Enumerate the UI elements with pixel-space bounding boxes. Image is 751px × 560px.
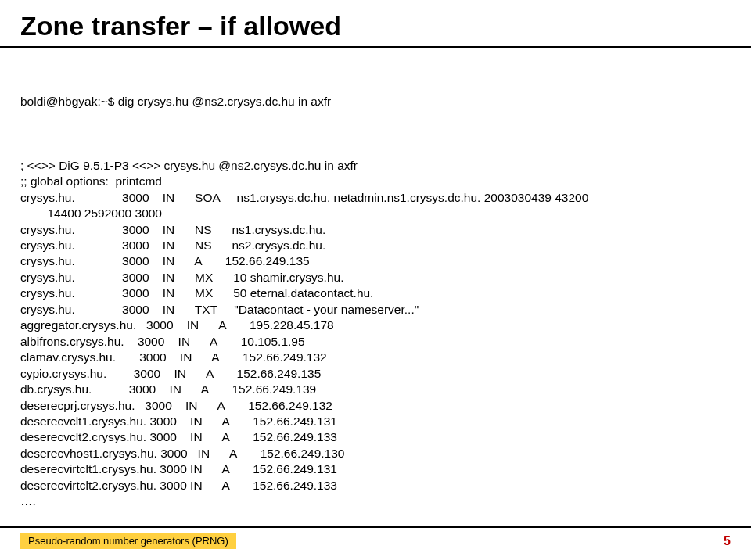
slide-title: Zone transfer – if allowed [0,0,751,45]
output-line: 14400 2592000 3000 [20,206,731,221]
output-line: ; <<>> DiG 9.5.1-P3 <<>> crysys.hu @ns2.… [20,158,731,174]
output-line: crysys.hu. 3000 IN MX 50 eternal.datacon… [20,285,731,301]
output-line: ;; global options: printcmd [20,174,731,189]
output-block: ; <<>> DiG 9.5.1-P3 <<>> crysys.hu @ns2.… [20,142,731,509]
title-rule [0,46,751,48]
output-line: crysys.hu. 3000 IN A 152.66.249.135 [20,253,731,269]
output-line [20,142,731,157]
footer-label: Pseudo-random number generators (PRNG) [20,533,236,549]
output-line: deserecprj.crysys.hu. 3000 IN A 152.66.2… [20,398,731,414]
output-line: cypio.crysys.hu. 3000 IN A 152.66.249.13… [20,366,731,382]
output-line: db.crysys.hu. 3000 IN A 152.66.249.139 [20,382,731,397]
page-number: 5 [724,534,731,548]
output-line: deserecvclt1.crysys.hu. 3000 IN A 152.66… [20,414,731,429]
output-line: deserecvhost1.crysys.hu. 3000 IN A 152.6… [20,446,731,461]
output-line: deserecvclt2.crysys.hu. 3000 IN A 152.66… [20,429,731,445]
output-line: crysys.hu. 3000 IN NS ns1.crysys.dc.hu. [20,222,731,238]
footer-rule [0,526,751,528]
output-line: crysys.hu. 3000 IN SOA ns1.crysys.dc.hu.… [20,190,731,206]
output-line: …. [20,494,731,509]
command-line: boldi@hbgyak:~$ dig crysys.hu @ns2.crysy… [20,94,731,109]
output-line: crysys.hu. 3000 IN TXT "Datacontact - yo… [20,302,731,318]
footer: Pseudo-random number generators (PRNG) 5 [0,526,751,549]
output-line: crysys.hu. 3000 IN MX 10 shamir.crysys.h… [20,270,731,285]
slide-body: boldi@hbgyak:~$ dig crysys.hu @ns2.crysy… [0,62,751,542]
slide: Zone transfer – if allowed boldi@hbgyak:… [0,0,751,560]
output-line: aggregator.crysys.hu. 3000 IN A 195.228.… [20,318,731,333]
output-line: albifrons.crysys.hu. 3000 IN A 10.105.1.… [20,334,731,350]
output-line: deserecvirtclt2.crysys.hu. 3000 IN A 152… [20,478,731,494]
output-line: crysys.hu. 3000 IN NS ns2.crysys.dc.hu. [20,238,731,253]
output-line: deserecvirtclt1.crysys.hu. 3000 IN A 152… [20,461,731,477]
output-line: clamav.crysys.hu. 3000 IN A 152.66.249.1… [20,350,731,365]
